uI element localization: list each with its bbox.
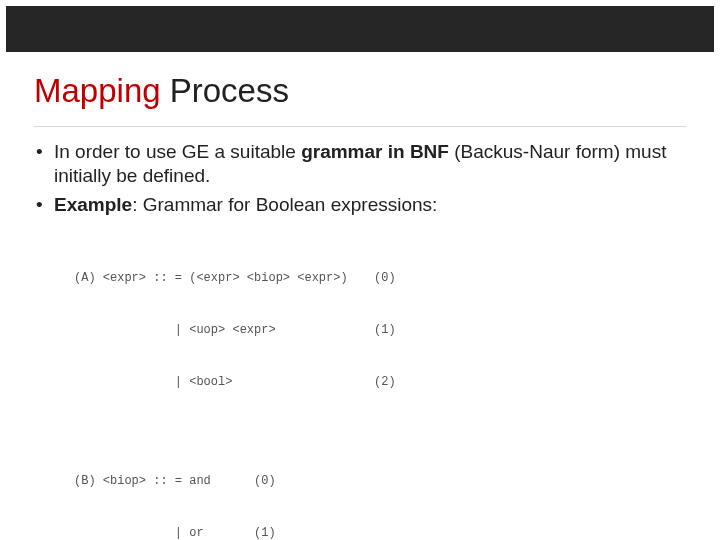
slide-title: Mapping Process [34, 72, 686, 110]
bullet-2-text-post: : Grammar for Boolean expressions: [132, 194, 437, 215]
grammar-line: (A) <expr> :: = (<expr> <biop> <expr>)(0… [74, 270, 686, 287]
grammar-line: (B) <biop> :: = and(0) [74, 473, 686, 490]
bullet-1-strong: grammar in BNF [301, 141, 449, 162]
title-underline [34, 126, 686, 127]
grammar-lhs: (B) <biop> :: = and [74, 473, 254, 490]
grammar-line: | <bool>(2) [74, 374, 686, 391]
title-accent: Mapping [34, 72, 161, 109]
bullet-1: In order to use GE a suitable grammar in… [36, 140, 686, 189]
top-bar [6, 6, 714, 52]
bullet-2-strong: Example [54, 194, 132, 215]
grammar-lhs: | <bool> [74, 374, 374, 391]
bullet-list: In order to use GE a suitable grammar in… [34, 140, 686, 217]
grammar-line: | <uop> <expr>(1) [74, 322, 686, 339]
grammar-idx: (1) [374, 322, 396, 339]
grammar-idx: (1) [254, 525, 276, 540]
grammar-lhs: | or [74, 525, 254, 540]
grammar-block: (A) <expr> :: = (<expr> <biop> <expr>)(0… [74, 235, 686, 540]
grammar-line: | or(1) [74, 525, 686, 540]
bullet-2: Example: Grammar for Boolean expressions… [36, 193, 686, 217]
grammar-lhs: | <uop> <expr> [74, 322, 374, 339]
grammar-lhs: (A) <expr> :: = (<expr> <biop> <expr>) [74, 270, 374, 287]
grammar-gap [74, 426, 686, 438]
bullet-1-text-pre: In order to use GE a suitable [54, 141, 301, 162]
grammar-idx: (2) [374, 374, 396, 391]
slide: Mapping Process In order to use GE a sui… [0, 0, 720, 540]
grammar-idx: (0) [374, 270, 396, 287]
grammar-idx: (0) [254, 473, 276, 490]
slide-body: In order to use GE a suitable grammar in… [34, 140, 686, 540]
title-rest: Process [161, 72, 289, 109]
